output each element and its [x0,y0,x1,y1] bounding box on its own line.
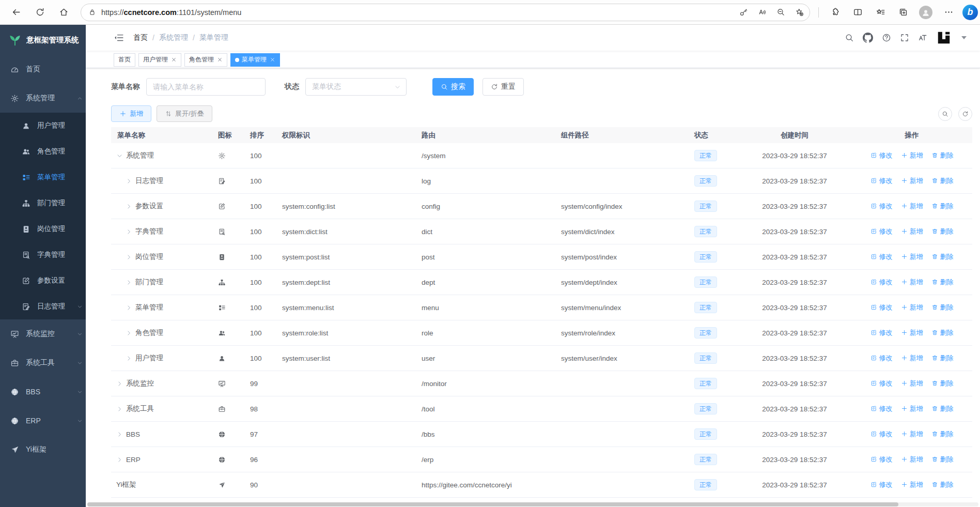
row-expand-caret[interactable] [126,254,132,260]
tab-close-icon[interactable] [270,57,275,63]
sidebar-item-yi[interactable]: Yi框架 [0,435,86,464]
add-action-link[interactable]: 新增 [901,151,923,160]
favorites-button[interactable] [872,4,889,21]
tab-user[interactable]: 用户管理 [138,53,181,67]
sidebar-item-bbs[interactable]: BBS [0,377,86,406]
sidebar-item-dept[interactable]: 部门管理 [0,190,86,216]
row-expand-caret[interactable] [116,456,123,463]
bing-chat-button[interactable]: b [962,5,978,20]
horizontal-scrollbar[interactable] [87,502,978,506]
add-action-link[interactable]: 新增 [901,176,923,186]
delete-action-link[interactable]: 删除 [931,278,954,287]
add-action-link[interactable]: 新增 [901,202,923,211]
status-select[interactable]: 菜单状态 [305,78,407,96]
sidebar-item-monitor[interactable]: 系统监控 [0,319,86,348]
refresh-table-button[interactable] [958,107,972,121]
browser-home-button[interactable] [55,4,72,21]
edit-action-link[interactable]: 修改 [870,303,893,312]
row-expand-caret[interactable] [126,178,132,185]
tab-menu[interactable]: 菜单管理 [230,53,280,67]
sidebar-item-menu[interactable]: 菜单管理 [0,164,86,190]
collections-button[interactable] [894,4,912,21]
user-dropdown-caret[interactable] [961,36,967,39]
sidebar-item-dict[interactable]: 字典管理 [0,242,86,268]
toggle-search-button[interactable] [938,107,952,121]
row-expand-caret[interactable] [116,152,123,159]
edit-action-link[interactable]: 修改 [870,480,893,489]
edit-action-link[interactable]: 修改 [870,328,893,337]
browser-settings-button[interactable] [940,4,957,21]
add-action-link[interactable]: 新增 [901,227,923,236]
sidebar-item-system[interactable]: 系统管理 [0,84,86,113]
delete-action-link[interactable]: 删除 [931,429,954,439]
search-button[interactable]: 搜索 [432,78,474,96]
row-expand-caret[interactable] [126,330,132,336]
reset-button[interactable]: 重置 [483,78,524,96]
delete-action-link[interactable]: 删除 [931,379,954,388]
add-button[interactable]: 新增 [111,105,151,122]
tab-home[interactable]: 首页 [114,53,135,67]
tab-role[interactable]: 角色管理 [184,53,227,67]
row-expand-caret[interactable] [116,406,123,412]
add-action-link[interactable]: 新增 [901,278,923,287]
delete-action-link[interactable]: 删除 [931,202,954,211]
font-size-button[interactable] [918,33,927,42]
edit-action-link[interactable]: 修改 [870,202,893,211]
sidebar-item-post[interactable]: 岗位管理 [0,216,86,242]
edit-action-link[interactable]: 修改 [870,278,893,287]
delete-action-link[interactable]: 删除 [931,455,954,464]
delete-action-link[interactable]: 删除 [931,252,954,262]
tab-close-icon[interactable] [171,57,177,63]
read-aloud-button[interactable] [755,5,769,20]
fullscreen-button[interactable] [900,33,909,42]
sidebar-item-config[interactable]: 参数设置 [0,268,86,294]
browser-back-button[interactable] [7,4,25,21]
url-text[interactable]: https://ccnetcore.com:1101/system/menu [101,8,736,17]
add-action-link[interactable]: 新增 [901,480,923,489]
password-key-button[interactable] [736,5,751,20]
add-favorite-button[interactable] [792,5,806,20]
sidebar-item-log[interactable]: 日志管理 [0,294,86,319]
row-expand-caret[interactable] [116,431,123,438]
edit-action-link[interactable]: 修改 [870,404,893,413]
add-action-link[interactable]: 新增 [901,379,923,388]
sidebar-item-tool[interactable]: 系统工具 [0,348,86,377]
edit-action-link[interactable]: 修改 [870,151,893,160]
delete-action-link[interactable]: 删除 [931,328,954,337]
header-search-button[interactable] [845,33,854,42]
row-expand-caret[interactable] [126,279,132,286]
delete-action-link[interactable]: 删除 [931,227,954,236]
scrollbar-thumb[interactable] [87,502,898,506]
sidebar-item-home[interactable]: 首页 [0,55,86,84]
edit-action-link[interactable]: 修改 [870,176,893,186]
edit-action-link[interactable]: 修改 [870,429,893,439]
row-expand-caret[interactable] [126,228,132,235]
site-security-lock-icon[interactable] [88,8,96,16]
sidebar-item-erp[interactable]: ERP [0,406,86,435]
add-action-link[interactable]: 新增 [901,328,923,337]
add-action-link[interactable]: 新增 [901,455,923,464]
sidebar-toggle-button[interactable] [114,33,124,43]
delete-action-link[interactable]: 删除 [931,176,954,186]
add-action-link[interactable]: 新增 [901,429,923,439]
user-logo-avatar[interactable] [936,30,952,45]
sidebar-item-role[interactable]: 角色管理 [0,139,86,164]
add-action-link[interactable]: 新增 [901,354,923,363]
row-expand-caret[interactable] [126,203,132,210]
edit-action-link[interactable]: 修改 [870,455,893,464]
delete-action-link[interactable]: 删除 [931,151,954,160]
edit-action-link[interactable]: 修改 [870,252,893,262]
tab-close-icon[interactable] [217,57,223,63]
extensions-button[interactable] [826,4,844,21]
menu-name-input[interactable] [146,78,266,96]
add-action-link[interactable]: 新增 [901,303,923,312]
row-expand-caret[interactable] [126,355,132,362]
delete-action-link[interactable]: 删除 [931,303,954,312]
profile-button[interactable] [917,4,935,21]
edit-action-link[interactable]: 修改 [870,354,893,363]
delete-action-link[interactable]: 删除 [931,354,954,363]
help-button[interactable] [882,33,891,42]
sidebar-item-user[interactable]: 用户管理 [0,113,86,139]
split-screen-button[interactable] [849,4,866,21]
browser-refresh-button[interactable] [31,4,49,21]
